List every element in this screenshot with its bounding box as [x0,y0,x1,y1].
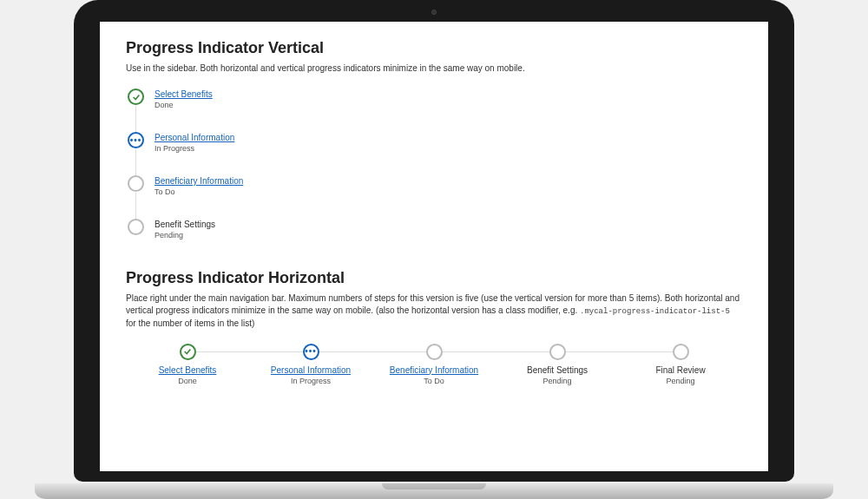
circle-icon [128,219,144,235]
vertical-step: Select Benefits Done [128,89,742,132]
horizontal-step: Beneficiary Information To Do [372,344,496,385]
camera-icon [431,10,437,15]
step-label-final-review: Final Review [655,365,705,375]
step-link-beneficiary-information[interactable]: Beneficiary Information [155,176,243,186]
step-link-select-benefits[interactable]: Select Benefits [155,89,213,99]
laptop-notch [382,483,486,489]
vertical-progress-list: Select Benefits Done ••• Personal Inform… [128,89,742,240]
vertical-step: ••• Personal Information In Progress [128,132,742,175]
step-link-select-benefits[interactable]: Select Benefits [159,365,217,375]
step-status: In Progress [249,377,372,385]
circle-icon [549,344,566,360]
step-status: In Progress [155,144,234,153]
circle-icon [128,175,144,192]
vertical-step: Beneficiary Information To Do [128,175,742,219]
horizontal-step: ••• Personal Information In Progress [249,344,372,385]
vertical-step: Benefit Settings Pending [128,219,742,240]
ellipsis-icon: ••• [128,132,144,148]
check-icon [128,89,144,105]
step-status: To Do [155,187,243,196]
step-status: Pending [496,377,619,385]
vertical-description: Use in the sidebar. Both horizontal and … [126,62,742,75]
laptop-bezel: Progress Indicator Vertical Use in the s… [74,0,794,482]
horizontal-step: Final Review Pending [619,344,742,385]
laptop-base [35,483,833,499]
ellipsis-icon: ••• [303,344,319,360]
screen-content: Progress Indicator Vertical Use in the s… [100,22,768,471]
circle-icon [426,344,443,360]
step-status: Pending [619,377,742,385]
check-icon [180,344,196,360]
horizontal-step: Select Benefits Done [126,344,249,385]
step-status: Done [126,377,249,385]
code-snippet: .mycal-progress-indicator-list-5 [580,307,730,316]
laptop-frame: Progress Indicator Vertical Use in the s… [35,0,833,499]
horizontal-progress-list: Select Benefits Done ••• Personal Inform… [126,344,742,385]
circle-icon [673,344,689,360]
horizontal-title: Progress Indicator Horizontal [126,269,742,287]
horizontal-step: Benefit Settings Pending [496,344,619,385]
step-status: To Do [372,377,496,385]
step-label-benefit-settings: Benefit Settings [527,365,588,375]
step-status: Pending [155,231,215,240]
vertical-title: Progress Indicator Vertical [126,39,742,57]
step-link-personal-information[interactable]: Personal Information [271,365,351,375]
step-status: Done [155,101,213,109]
horizontal-description: Place right under the main navigation ba… [126,292,742,330]
step-link-beneficiary-information[interactable]: Beneficiary Information [390,365,478,375]
step-label-benefit-settings: Benefit Settings [155,220,215,229]
step-link-personal-information[interactable]: Personal Information [155,133,234,142]
